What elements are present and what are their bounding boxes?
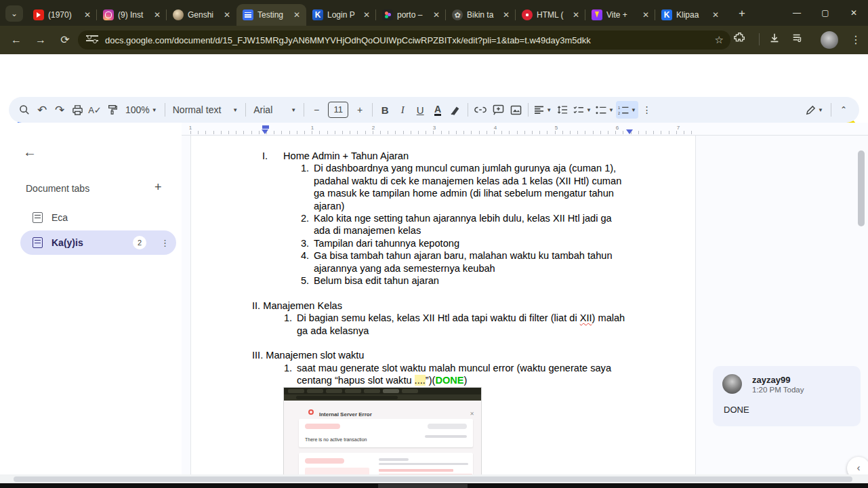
tab-search-chevron-icon[interactable]: ⌄ [5,5,23,22]
paragraph-styles-select[interactable]: Normal text▼ [169,101,243,119]
add-comment-icon[interactable] [489,101,507,119]
bookmark-star-icon[interactable]: ☆ [715,34,724,46]
tab-close-icon[interactable]: ✕ [571,10,581,20]
horizontal-scrollbar-track[interactable] [0,474,868,483]
browser-tab[interactable]: Genshi ✕ [167,4,236,26]
back-button[interactable]: ← [8,32,24,48]
search-menus-icon[interactable] [16,101,33,119]
text-color-button[interactable]: A [429,101,447,119]
doc-heading-2: II. Manajemen Kelas [252,300,630,312]
nav-divider [759,33,760,45]
taskbar-sliver [0,483,868,488]
url-text[interactable]: docs.google.com/document/d/15_FJW15MRgJy… [105,35,715,45]
first-line-indent-marker[interactable] [262,125,269,129]
vite-icon [592,9,602,20]
highlight-color-button[interactable] [447,101,464,119]
insert-image-icon[interactable] [507,101,524,119]
horizontal-ruler[interactable]: 1 1 2 3 4 5 6 7 [182,123,868,136]
downloads-icon[interactable] [766,32,783,48]
chrome-menu-icon[interactable]: ⋮ [848,32,864,48]
doc-heading-1: I. Home Admin + Tahun Ajaran [252,150,630,162]
font-size-input[interactable]: 11 [328,102,348,118]
genshin-icon [173,9,184,20]
new-tab-button[interactable]: + [739,7,745,20]
underline-button[interactable]: U [411,101,429,119]
decrease-font-size-button[interactable]: − [308,101,325,119]
print-button[interactable] [68,101,86,119]
more-toolbar-options-icon[interactable]: ⋮ [638,101,656,119]
sidebar-item-kayis[interactable]: Ka(y)is 2 ⋮ [20,230,176,255]
doc-heading-3: III. Manajemen slot waktu [252,349,630,361]
k-blue-icon: K [312,9,323,20]
error-dot-icon [308,409,314,415]
sidebar-item-eca[interactable]: Eca [20,205,176,230]
browser-tab-active[interactable]: Testing ✕ [236,4,306,26]
zoom-select[interactable]: 100%▼ [121,101,161,119]
bulleted-list-button[interactable]: ▼ [594,101,616,119]
window-maximize-button[interactable]: ▢ [811,0,840,26]
tab-close-icon[interactable]: ✕ [501,10,511,20]
tab-close-icon[interactable]: ✕ [222,10,232,20]
tab-options-kebab-icon[interactable]: ⋮ [161,238,169,248]
editing-mode-button[interactable]: ▼ [802,101,827,119]
left-indent-marker[interactable] [262,129,268,134]
tab-close-icon[interactable]: ✕ [292,10,302,20]
document-vertical-scrollbar[interactable] [858,150,865,226]
horizontal-scrollbar-thumb[interactable] [14,476,852,482]
undo-button[interactable]: ↶ [33,101,51,119]
window-close-button[interactable]: ✕ [840,0,868,26]
flower-icon: ✿ [452,9,463,20]
reload-button[interactable]: ⟳ [57,32,73,48]
comment-card[interactable]: zayzay99 1:20 PM Today DONE [713,366,861,426]
close-sidebar-back-icon[interactable]: ← [23,144,37,160]
browser-profile-avatar[interactable] [821,31,838,49]
redo-button[interactable]: ↷ [51,101,68,119]
add-document-tab-icon[interactable]: + [154,180,162,195]
paint-format-icon[interactable] [104,101,121,119]
window-minimize-button[interactable]: — [783,0,811,26]
address-bar[interactable]: docs.google.com/document/d/15_FJW15MRgJy… [78,30,730,49]
comment-count-badge: 2 [133,236,146,249]
instagram-icon [103,9,114,20]
browser-tab[interactable]: K Klipaa ✕ [655,4,725,26]
browser-tab[interactable]: ✿ Bikin ta ✕ [446,4,516,26]
tab-close-icon[interactable]: ✕ [83,10,92,20]
tab-close-icon[interactable]: ✕ [641,10,650,20]
done-status-text: DONE [435,375,463,386]
commenter-avatar [722,374,742,394]
tab-close-icon[interactable]: ✕ [362,10,371,20]
site-settings-icon[interactable] [86,35,98,45]
extensions-icon[interactable] [731,32,747,48]
doc-list-item: 5. Belum bisa edit tahun ajaran [301,274,630,287]
document-page[interactable]: I. Home Admin + Tahun Ajaran 1. Di dashb… [190,136,696,474]
right-indent-marker[interactable] [626,129,633,134]
line-spacing-button[interactable] [554,101,571,119]
media-controls-icon[interactable] [789,32,806,48]
align-button[interactable]: ▼ [532,101,554,119]
browser-tab[interactable]: (1970) ✕ [27,4,97,26]
hide-menus-chevron-icon[interactable]: ⌃ [835,101,852,119]
italic-button[interactable]: I [394,101,411,119]
browser-tab[interactable]: Vite + ✕ [585,4,655,26]
browser-tab[interactable]: K Login P ✕ [306,4,376,26]
insert-link-icon[interactable] [472,101,489,119]
tab-close-icon[interactable]: ✕ [432,10,441,20]
tab-close-icon[interactable]: ✕ [152,10,162,20]
browser-tab[interactable]: HTML ( ✕ [516,4,585,26]
k-square-icon: K [661,9,672,20]
docs-workspace: 1 1 2 3 4 5 6 7 ← Document tabs + Eca Ka… [0,123,868,474]
doc-tab-icon [33,237,43,248]
browser-tab-strip: ⌄ (1970) ✕ (9) Inst ✕ Genshi ✕ Testing ✕… [0,0,868,26]
spell-check-icon[interactable]: A✓ [86,101,104,119]
numbered-list-button[interactable]: 12▼ [616,101,638,119]
forward-button[interactable]: → [33,32,49,48]
font-select[interactable]: Arial▼ [249,101,300,119]
browser-tab[interactable]: (9) Inst ✕ [97,4,167,26]
checklist-button[interactable]: ▼ [571,101,594,119]
bold-button[interactable]: B [376,101,394,119]
doc-tab-icon [33,212,43,223]
embedded-error-screenshot-image[interactable]: Internal Server Error ✕ There is no acti… [284,388,481,474]
increase-font-size-button[interactable]: + [351,101,369,119]
tab-close-icon[interactable]: ✕ [711,10,720,20]
browser-tab[interactable]: porto – ✕ [376,4,446,26]
